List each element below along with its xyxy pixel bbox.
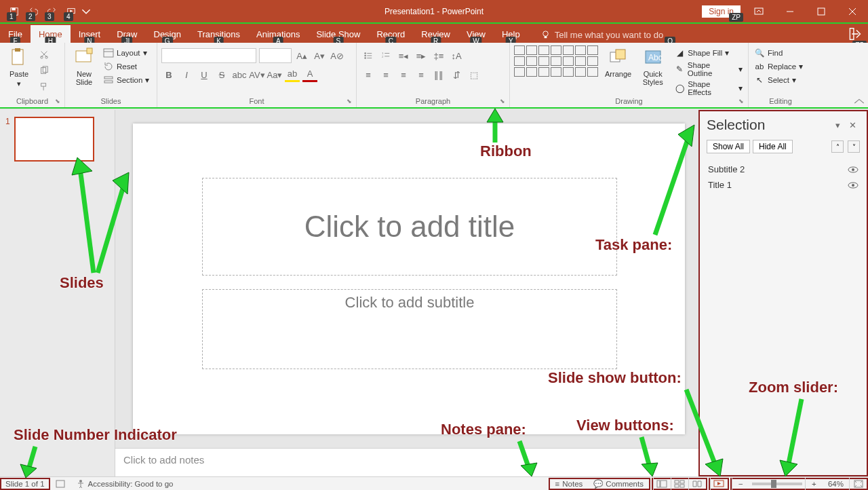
shadow-button[interactable]: abc: [232, 67, 247, 82]
tell-me-search[interactable]: Tell me what you want to do Q: [540, 30, 663, 43]
qat-redo[interactable]: 3: [43, 3, 61, 20]
selection-item[interactable]: Title 1: [707, 177, 860, 193]
bullets-button[interactable]: [361, 48, 376, 63]
font-name-combo[interactable]: [161, 48, 256, 63]
section-button[interactable]: Section ▾: [102, 74, 151, 86]
tab-transitions[interactable]: TransitionsK: [189, 25, 248, 43]
justify-button[interactable]: ≡: [414, 67, 429, 82]
underline-button[interactable]: U: [197, 67, 212, 82]
slide-sorter-button[interactable]: [671, 478, 688, 490]
qat-undo[interactable]: 2: [24, 3, 42, 20]
font-color-button[interactable]: A: [302, 67, 317, 82]
shape-outline-button[interactable]: ✎Shape Outline ▾: [673, 60, 744, 78]
fit-to-window-button[interactable]: [849, 478, 867, 490]
numbering-button[interactable]: 12: [378, 48, 393, 63]
ribbon-display-options[interactable]: [743, 0, 774, 22]
highlight-button[interactable]: ab: [285, 67, 300, 82]
dialog-launcher-icon[interactable]: ⬊: [738, 98, 747, 106]
notes-button[interactable]: ≡ Notes: [550, 480, 589, 488]
arrange-button[interactable]: Arrange: [604, 45, 633, 97]
show-all-button[interactable]: Show All: [707, 140, 750, 153]
selection-item[interactable]: Subtitle 2: [707, 162, 860, 177]
pane-options-button[interactable]: ▾: [830, 117, 845, 132]
font-size-combo[interactable]: [259, 48, 292, 63]
tab-review[interactable]: ReviewR: [413, 25, 458, 43]
copy-button[interactable]: [37, 63, 52, 78]
send-backward-button[interactable]: ˅: [848, 140, 860, 153]
align-right-button[interactable]: ≡: [396, 67, 411, 82]
new-slide-button[interactable]: New Slide: [69, 45, 99, 86]
layout-button[interactable]: Layout ▾: [102, 47, 151, 59]
notes-pane[interactable]: Click to add notes: [115, 448, 698, 476]
language-indicator[interactable]: [50, 480, 71, 488]
reset-button[interactable]: Reset: [102, 60, 151, 73]
tab-view[interactable]: ViewW: [458, 25, 494, 43]
shape-effects-button[interactable]: ◯Shape Effects ▾: [673, 79, 744, 97]
dialog-launcher-icon[interactable]: ⬊: [500, 98, 508, 106]
accessibility-indicator[interactable]: Accessibility: Good to go: [71, 479, 179, 489]
zoom-slider[interactable]: [752, 483, 802, 485]
tab-help[interactable]: HelpY: [494, 25, 528, 43]
shapes-gallery[interactable]: [514, 45, 598, 97]
tab-animations[interactable]: AnimationsA: [248, 25, 308, 43]
sign-in-button[interactable]: Sign in ZP: [702, 5, 741, 18]
align-left-button[interactable]: ≡: [361, 67, 376, 82]
dialog-launcher-icon[interactable]: ⬊: [347, 98, 355, 106]
window-close[interactable]: [837, 0, 868, 22]
thumbnail-slide-1[interactable]: [14, 117, 94, 162]
hide-all-button[interactable]: Hide All: [753, 140, 793, 153]
qat-save[interactable]: 1: [5, 3, 23, 20]
slide-canvas-area[interactable]: Click to add title Click to add subtitle: [115, 110, 698, 476]
reading-view-button[interactable]: [688, 478, 706, 490]
window-maximize[interactable]: [806, 0, 837, 22]
collapse-ribbon-button[interactable]: [853, 96, 865, 106]
slide-thumbnails-pane[interactable]: 1: [0, 110, 115, 476]
subtitle-placeholder[interactable]: Click to add subtitle: [202, 289, 617, 369]
format-painter-button[interactable]: [37, 79, 52, 94]
italic-button[interactable]: I: [179, 67, 194, 82]
slide-show-button[interactable]: [710, 478, 728, 490]
tab-draw[interactable]: DrawJI: [108, 25, 145, 43]
columns-button[interactable]: ‖‖: [431, 67, 446, 82]
bold-button[interactable]: B: [161, 67, 176, 82]
qat-start-from-beginning[interactable]: 4: [62, 3, 80, 20]
zoom-out-button[interactable]: −: [732, 478, 749, 490]
slide-number-indicator[interactable]: Slide 1 of 1: [0, 478, 50, 490]
share-button[interactable]: ZS: [849, 26, 864, 41]
tab-slide-show[interactable]: Slide ShowS: [308, 25, 368, 43]
decrease-indent-button[interactable]: ≡◂: [396, 48, 411, 63]
eye-icon[interactable]: [848, 181, 859, 189]
qat-customize[interactable]: [81, 3, 91, 20]
replace-button[interactable]: abReplace ▾: [753, 60, 808, 73]
paste-button[interactable]: Paste ▾: [4, 45, 34, 94]
cut-button[interactable]: [37, 47, 52, 62]
comments-button[interactable]: 💬 Comments: [588, 479, 649, 489]
clear-formatting-button[interactable]: A⊘: [330, 48, 344, 63]
shape-fill-button[interactable]: ◢Shape Fill ▾: [673, 47, 744, 59]
pane-close-button[interactable]: ✕: [845, 117, 860, 132]
dialog-launcher-icon[interactable]: ⬊: [55, 98, 63, 106]
find-button[interactable]: 🔍Find: [753, 47, 808, 59]
character-spacing-button[interactable]: AV▾: [250, 67, 264, 82]
title-placeholder[interactable]: Click to add title: [202, 178, 617, 276]
window-minimize[interactable]: [774, 0, 806, 22]
smartart-button[interactable]: ⬚: [467, 67, 481, 82]
bring-forward-button[interactable]: ˄: [831, 140, 844, 153]
tab-design[interactable]: DesignG: [146, 25, 189, 43]
text-direction-button[interactable]: ↕A: [449, 48, 464, 63]
strikethrough-button[interactable]: S: [214, 67, 229, 82]
line-spacing-button[interactable]: ‡≡: [431, 48, 446, 63]
zoom-in-button[interactable]: +: [805, 478, 823, 490]
change-case-button[interactable]: Aa▾: [267, 67, 282, 82]
increase-font-button[interactable]: A▴: [294, 48, 309, 63]
eye-icon[interactable]: [848, 166, 859, 174]
select-button[interactable]: ↖Select ▾: [753, 74, 808, 86]
decrease-font-button[interactable]: A▾: [312, 48, 327, 63]
zoom-level[interactable]: 64%: [823, 480, 849, 488]
tab-home[interactable]: HomeH: [31, 25, 71, 43]
align-text-button[interactable]: ⇵: [449, 67, 464, 82]
tab-file[interactable]: FileF: [0, 25, 31, 43]
normal-view-button[interactable]: [653, 478, 671, 490]
tab-record[interactable]: RecordC: [368, 25, 413, 43]
increase-indent-button[interactable]: ≡▸: [414, 48, 429, 63]
